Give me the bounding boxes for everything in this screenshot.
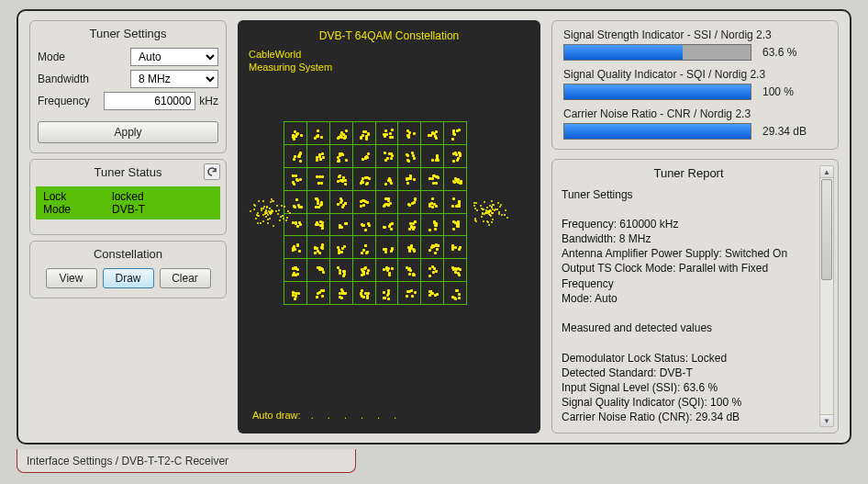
report-body: Tuner Report Tuner Settings Frequency: 6… (562, 165, 816, 427)
tab-strip[interactable]: Interface Settings / DVB-T-T2-C Receiver (17, 449, 356, 473)
sqi-value: 100 % (762, 85, 827, 98)
constellation-title: DVB-T 64QAM Constellation (249, 29, 529, 42)
mode-label: Mode (38, 51, 102, 63)
lock-label: Lock (43, 190, 112, 203)
refresh-icon[interactable] (204, 163, 220, 180)
tuner-status-title: Tuner Status (38, 165, 218, 179)
tuner-settings-group: Tuner Settings Mode Auto Bandwidth 8 MHz… (29, 20, 227, 153)
clear-button[interactable]: Clear (160, 268, 211, 288)
metrics-panel: Signal Strength Indicator - SSI / Nordig… (551, 20, 839, 150)
ssi-value: 63.6 % (762, 46, 827, 59)
report-line: Signal Quality Indicator (SQI): 100 % (562, 395, 816, 410)
constellation-grid (284, 121, 467, 305)
report-scrollbar[interactable]: ▲ ▼ (819, 165, 834, 427)
report-line: Carrier Noise Ratio (CNR): 29.34 dB (562, 410, 816, 424)
report-line: Input Signal Level (SSI): 63.6 % (562, 380, 816, 395)
apply-button[interactable]: Apply (38, 121, 218, 143)
report-line: Bandwidth: 8 MHz (562, 231, 816, 246)
report-line: Detected Standard: DVB-T (562, 366, 816, 380)
sqi-progress (563, 84, 751, 100)
report-line (562, 202, 816, 217)
report-line: Mode: Auto (562, 291, 816, 306)
auto-draw-row: Auto draw: . . . . . . (252, 410, 402, 421)
constellation-ctrl-group: Constellation View Draw Clear (29, 241, 227, 298)
view-button[interactable]: View (46, 268, 97, 288)
constellation-subtitle1: CableWorld (249, 48, 529, 61)
report-line: Frequency: 610000 kHz (562, 217, 816, 231)
right-column: Signal Strength Indicator - SSI / Nordig… (551, 20, 839, 433)
cnr-progress (563, 123, 751, 140)
report-line (562, 306, 816, 321)
status-mode-label: Mode (43, 203, 112, 216)
report-line: Antenna Amplifier Power Supply: Switched… (562, 246, 816, 261)
lock-value: locked (112, 190, 144, 203)
left-column: Tuner Settings Mode Auto Bandwidth 8 MHz… (29, 20, 227, 433)
status-mode-value: DVB-T (112, 203, 145, 216)
report-panel: Tuner Report Tuner Settings Frequency: 6… (551, 159, 839, 433)
bandwidth-row: Bandwidth 8 MHz (38, 70, 218, 88)
report-title: Tuner Report (562, 165, 816, 182)
app-window: Tuner Settings Mode Auto Bandwidth 8 MHz… (0, 0, 868, 484)
cnr-label: Carrier Noise Ratio - CNR / Nordig 2.3 (563, 107, 827, 120)
mode-select[interactable]: Auto (130, 48, 218, 66)
tuner-status-group: Tuner Status Locklocked ModeDVB-T (29, 159, 227, 235)
constellation-ctrl-title: Constellation (38, 247, 218, 261)
tab-label: Interface Settings / DVB-T-T2-C Receiver (27, 455, 228, 467)
draw-button[interactable]: Draw (103, 268, 154, 288)
bandwidth-label: Bandwidth (38, 73, 102, 85)
ssi-label: Signal Strength Indicator - SSI / Nordig… (563, 28, 827, 41)
constellation-subtitle2: Measuring System (249, 61, 529, 73)
frequency-label: Frequency (38, 95, 102, 107)
frequency-unit: kHz (199, 95, 218, 107)
scroll-thumb[interactable] (821, 179, 832, 280)
status-box: Locklocked ModeDVB-T (36, 186, 220, 219)
frequency-row: Frequency kHz (38, 92, 218, 110)
middle-column: DVB-T 64QAM Constellation CableWorld Mea… (238, 20, 540, 433)
ssi-progress (563, 44, 751, 61)
mode-row: Mode Auto (38, 48, 218, 66)
scroll-up-icon[interactable]: ▲ (820, 166, 833, 178)
report-line: Measured and detected values (562, 321, 816, 335)
sqi-label: Signal Quality Indicator - SQI / Nordig … (563, 68, 827, 81)
frequency-input[interactable] (104, 92, 195, 110)
splash-right (465, 195, 511, 231)
bandwidth-select[interactable]: 8 MHz (130, 70, 218, 88)
auto-draw-label: Auto draw: (252, 410, 301, 421)
cnr-value: 29.34 dB (762, 125, 827, 138)
tuner-settings-title: Tuner Settings (38, 27, 218, 40)
report-line: Output TS Clock Mode: Parallel with Fixe… (562, 261, 816, 290)
report-line (562, 335, 816, 350)
scroll-down-icon[interactable]: ▼ (820, 414, 833, 426)
report-line: Demodulator Lock Status: Locked (562, 351, 816, 366)
report-line: Tuner Settings (562, 187, 816, 202)
auto-draw-dots: . . . . . . (311, 410, 403, 421)
constellation-display: DVB-T 64QAM Constellation CableWorld Mea… (238, 20, 540, 433)
main-panel: Tuner Settings Mode Auto Bandwidth 8 MHz… (17, 9, 851, 445)
